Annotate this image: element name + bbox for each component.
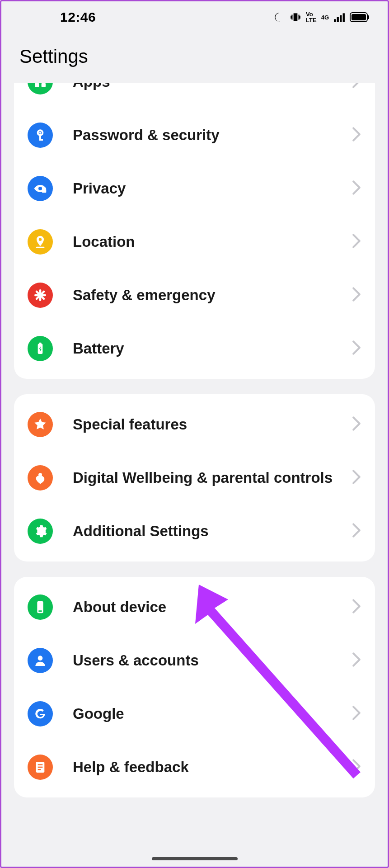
battery-icon (350, 12, 370, 22)
settings-item-label: Privacy (73, 179, 352, 198)
settings-item-wellbeing[interactable]: Digital Wellbeing & parental controls (14, 451, 375, 505)
settings-item-label: Apps (73, 83, 352, 91)
chevron-right-icon (352, 652, 361, 669)
settings-item-label: Password & security (73, 126, 352, 144)
settings-item-safety[interactable]: Safety & emergency (14, 269, 375, 322)
chevron-right-icon (352, 705, 361, 722)
svg-rect-16 (42, 189, 46, 193)
settings-item-label: Location (73, 232, 352, 251)
svg-rect-6 (368, 15, 369, 19)
g-icon (28, 701, 53, 726)
settings-item-label: Help & feedback (73, 758, 352, 776)
svg-rect-10 (42, 83, 46, 87)
settings-item-about[interactable]: About device (14, 580, 375, 634)
svg-rect-5 (352, 14, 366, 20)
battery-icon (28, 336, 53, 361)
settings-item-label: Digital Wellbeing & parental controls (73, 468, 352, 487)
settings-item-privacy[interactable]: Privacy (14, 162, 375, 215)
svg-point-28 (38, 656, 43, 660)
settings-item-label: Additional Settings (73, 522, 352, 540)
chevron-right-icon (352, 759, 361, 776)
settings-item-label: Google (73, 704, 352, 723)
settings-item-password[interactable]: Password & security (14, 108, 375, 162)
network-badge: 4G (321, 14, 329, 20)
settings-scroll[interactable]: AppsPassword & securityPrivacyLocationSa… (1, 83, 388, 867)
grid-icon (28, 83, 53, 94)
settings-item-users[interactable]: Users & accounts (14, 634, 375, 687)
heart-icon (28, 465, 53, 491)
svg-rect-30 (38, 764, 43, 765)
settings-item-label: Safety & emergency (73, 286, 352, 304)
svg-rect-18 (36, 247, 45, 248)
chevron-right-icon (352, 599, 361, 616)
status-time: 12:46 (60, 9, 96, 25)
vibrate-icon (290, 11, 301, 23)
settings-item-location[interactable]: Location (14, 215, 375, 269)
svg-rect-9 (35, 83, 39, 87)
status-icons: VoLTE 4G (273, 11, 370, 23)
svg-point-12 (39, 132, 41, 134)
asterisk-icon (28, 283, 53, 308)
chevron-right-icon (352, 523, 361, 540)
chevron-right-icon (352, 233, 361, 250)
svg-point-15 (38, 187, 42, 190)
settings-group: About deviceUsers & accountsGoogleHelp &… (14, 577, 375, 797)
person-icon (28, 648, 53, 673)
settings-item-label: Users & accounts (73, 651, 352, 670)
volte-icon: VoLTE (306, 11, 317, 23)
svg-rect-1 (337, 17, 339, 22)
signal-icon (333, 12, 345, 22)
dnd-icon (273, 11, 285, 23)
status-bar: 12:46 VoLTE 4G (1, 1, 388, 33)
svg-rect-32 (38, 769, 41, 770)
chevron-right-icon (352, 416, 361, 433)
svg-rect-0 (334, 19, 336, 22)
svg-point-17 (39, 238, 42, 241)
svg-rect-2 (340, 15, 342, 22)
settings-item-google[interactable]: Google (14, 687, 375, 741)
chevron-right-icon (352, 127, 361, 144)
star-icon (28, 412, 53, 437)
chevron-right-icon (352, 469, 361, 486)
eye-lock-icon (28, 176, 53, 201)
phone-screen: 12:46 VoLTE 4G Settings AppsPassword & s… (1, 1, 388, 867)
gear-icon (28, 519, 53, 544)
settings-item-apps[interactable]: Apps (14, 83, 375, 108)
settings-item-label: Special features (73, 415, 352, 434)
settings-group: AppsPassword & securityPrivacyLocationSa… (14, 83, 375, 379)
settings-item-additional[interactable]: Additional Settings (14, 505, 375, 558)
settings-item-label: About device (73, 598, 352, 616)
page-header: Settings (1, 33, 388, 83)
settings-item-battery[interactable]: Battery (14, 322, 375, 375)
chevron-right-icon (352, 180, 361, 197)
key-icon (28, 123, 53, 148)
page-title: Settings (19, 46, 370, 67)
book-icon (28, 755, 53, 780)
settings-item-label: Battery (73, 339, 352, 358)
svg-rect-3 (343, 13, 345, 22)
phone-icon (28, 594, 53, 620)
chevron-right-icon (352, 287, 361, 304)
chevron-right-icon (352, 340, 361, 357)
settings-group: Special featuresDigital Wellbeing & pare… (14, 394, 375, 561)
settings-item-special[interactable]: Special features (14, 398, 375, 451)
svg-rect-24 (39, 343, 41, 344)
svg-rect-14 (39, 139, 43, 141)
svg-rect-31 (38, 767, 43, 768)
settings-item-help[interactable]: Help & feedback (14, 741, 375, 794)
location-icon (28, 229, 53, 255)
chevron-right-icon (352, 83, 361, 90)
svg-rect-27 (38, 610, 42, 612)
nav-gesture-pill[interactable] (152, 857, 238, 860)
